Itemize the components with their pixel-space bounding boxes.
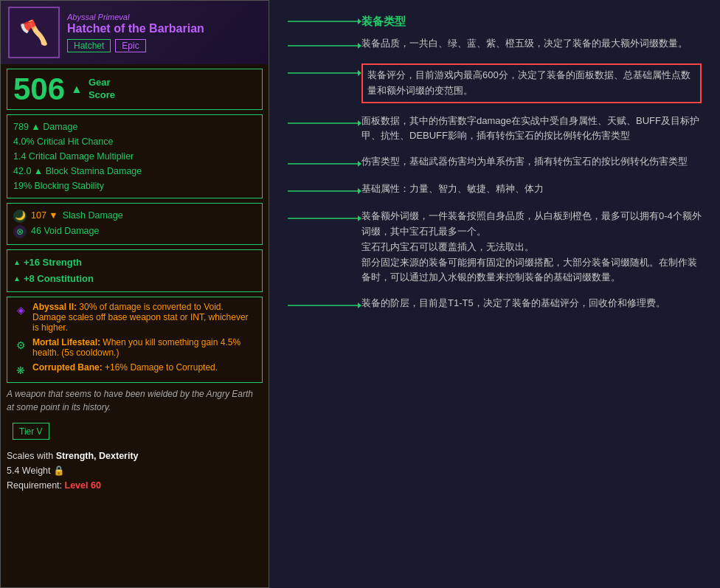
annotation-gear-score: 装备评分，目前游戏内最高600分，决定了装备的面板数据、总基础属性点数量和额外词…: [288, 63, 702, 103]
ann5-text: 伤害类型，基础武器伤害均为单系伤害，插有转伤宝石的按比例转化伤害类型: [361, 154, 688, 170]
ann3-line: [288, 63, 361, 80]
right-panel: 装备类型 装备品质，一共白、绿、蓝、紫、橙五级，决定了装备的最大额外词缀数量。 …: [269, 0, 720, 588]
req-value: Level 60: [65, 480, 101, 491]
ann5-line: [288, 154, 361, 171]
footer-stats: Scales with Strength, Dexterity 5.4 Weig…: [7, 449, 263, 493]
void-damage-line: ⊗ 46 Void Damage: [13, 224, 256, 239]
ann1-line: [288, 15, 361, 29]
item-header: 🪓 Abyssal Primeval Hatchet of the Barbar…: [1, 1, 269, 64]
footer-scales: Scales with Strength, Dexterity: [7, 449, 263, 463]
perk-mortal-icon: ⚙: [13, 338, 28, 353]
ann7-line: [288, 209, 361, 226]
item-rarity-tag: Epic: [115, 39, 145, 52]
footer-req: Requirement: Level 60: [7, 478, 263, 493]
ann6-connector-svg: [288, 186, 361, 196]
perk-corrupted-icon: ❋: [13, 363, 28, 378]
item-subtitle: Abyssal Primeval: [67, 13, 261, 21]
void-icon: ⊗: [13, 225, 27, 238]
annotation-tier: 装备的阶层，目前是T1-T5，决定了装备的基础评分，回收价和修理费。: [288, 296, 702, 313]
ann2-text: 装备品质，一共白、绿、蓝、紫、橙五级，决定了装备的最大额外词缀数量。: [361, 36, 688, 52]
ann1-title: 装备类型: [361, 15, 406, 29]
gear-score-label: GearScore: [89, 77, 115, 102]
scales-value: Strength, Dexterity: [56, 451, 139, 461]
perk-mortal: ⚙ Mortal Lifesteal: When you kill someth…: [13, 337, 256, 358]
ann7-connector-svg: [288, 213, 361, 224]
ann6-line: [288, 181, 361, 198]
item-panel: 🪓 Abyssal Primeval Hatchet of the Barbar…: [0, 0, 269, 588]
ann3-connector-svg: [288, 68, 361, 78]
ann2-connector-svg: [288, 41, 361, 51]
flavor-text: A weapon that seems to have been wielded…: [7, 387, 263, 414]
annotation-base-attrs: 基础属性：力量、智力、敏捷、精神、体力: [288, 181, 702, 198]
stat-crit-chance: 4.0% Critical Hit Chance: [13, 134, 256, 149]
ann3-text: 装备评分，目前游戏内最高600分，决定了装备的面板数据、总基础属性点数量和额外词…: [361, 63, 702, 103]
tier-section: Tier V: [13, 423, 49, 440]
ann4-text: 面板数据，其中的伤害数字damage在实战中受自身属性、天赋、BUFF及目标护甲…: [361, 114, 702, 145]
ann2-line: [288, 36, 361, 53]
gear-score-section: 506 ▲ GearScore: [7, 69, 263, 110]
item-name: Hatchet of the Barbarian: [67, 21, 261, 35]
annotation-perks: 装备额外词缀，一件装备按照自身品质，从白板到橙色，最多可以拥有0-4个额外词缀，…: [288, 209, 702, 286]
attr-strength: ▲ +16 Strength: [13, 255, 256, 271]
perks-section: ◈ Abyssal II: 30% of damage is converted…: [7, 297, 263, 383]
perk-corrupted-text: Corrupted Bane: +16% Damage to Corrupted…: [32, 362, 218, 373]
stat-damage: 789 ▲ Damage: [13, 120, 256, 134]
footer-weight: 5.4 Weight 🔒: [7, 463, 263, 478]
item-tags: Hatchet Epic: [67, 39, 261, 52]
ann1-text: 装备类型: [361, 15, 406, 29]
item-title-block: Abyssal Primeval Hatchet of the Barbaria…: [67, 13, 261, 52]
stat-block-stamina: 42.0 ▲ Block Stamina Damage: [13, 164, 256, 179]
item-type-tag: Hatchet: [67, 39, 111, 52]
annotation-quality: 装备品质，一共白、绿、蓝、紫、橙五级，决定了装备的最大额外词缀数量。: [288, 36, 702, 53]
ann6-text: 基础属性：力量、智力、敏捷、精神、体力: [361, 181, 544, 197]
ann1-connector-svg: [288, 16, 361, 27]
slash-damage-line: 🌙 107 ▼ Slash Damage: [13, 208, 256, 224]
perk-corrupted: ❋ Corrupted Bane: +16% Damage to Corrupt…: [13, 362, 256, 378]
stat-block-stab: 19% Blocking Stability: [13, 179, 256, 193]
gear-score-arrow: ▲: [71, 83, 83, 96]
tier-text: Tier V: [19, 426, 43, 437]
perk-abyssal-icon: ◈: [13, 302, 28, 317]
annotation-panel-data: 面板数据，其中的伤害数字damage在实战中受自身属性、天赋、BUFF及目标护甲…: [288, 114, 702, 145]
slash-icon: 🌙: [13, 210, 27, 223]
attributes-section: ▲ +16 Strength ▲ +8 Constitution: [7, 249, 263, 292]
damage-types-section: 🌙 107 ▼ Slash Damage ⊗ 46 Void Damage: [7, 203, 263, 245]
ann7-text: 装备额外词缀，一件装备按照自身品质，从白板到橙色，最多可以拥有0-4个额外词缀，…: [361, 209, 702, 286]
tier-wrapper: Tier V: [7, 418, 263, 444]
annotation-equip-type: 装备类型: [288, 15, 702, 29]
perk-abyssal: ◈ Abyssal II: 30% of damage is converted…: [13, 302, 256, 333]
stat-crit-mult: 1.4 Critical Damage Multiplier: [13, 149, 256, 164]
annotation-damage-type: 伤害类型，基础武器伤害均为单系伤害，插有转伤宝石的按比例转化伤害类型: [288, 154, 702, 171]
gear-score-number: 506: [13, 74, 65, 105]
ann4-line: [288, 114, 361, 131]
ann8-line: [288, 296, 361, 313]
ann8-connector-svg: [288, 300, 361, 311]
perk-mortal-text: Mortal Lifesteal: When you kill somethin…: [32, 337, 256, 358]
ann4-connector-svg: [288, 118, 361, 128]
main-stats-section: 789 ▲ Damage 4.0% Critical Hit Chance 1.…: [7, 114, 263, 198]
perk-abyssal-text: Abyssal II: 30% of damage is converted t…: [32, 302, 256, 333]
attr-constitution: ▲ +8 Constitution: [13, 271, 256, 287]
ann8-text: 装备的阶层，目前是T1-T5，决定了装备的基础评分，回收价和修理费。: [361, 296, 665, 311]
item-icon: 🪓: [8, 7, 60, 58]
ann5-connector-svg: [288, 159, 361, 169]
